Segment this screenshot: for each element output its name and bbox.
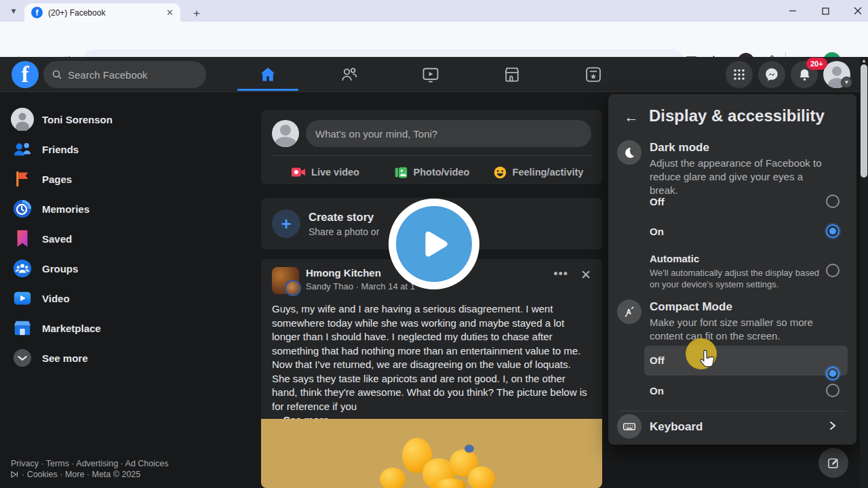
compact-mode-off-radio[interactable]	[826, 367, 840, 380]
sidebar-item-pages[interactable]: Pages	[5, 164, 195, 194]
nav-marketplace-icon[interactable]	[501, 64, 523, 85]
sidebar-item-label: See more	[42, 352, 88, 364]
window-minimize-button[interactable]	[778, 0, 807, 22]
dark-mode-automatic-radio[interactable]	[826, 264, 840, 277]
dark-mode-automatic-description: We'll automatically adjust the display b…	[650, 267, 821, 290]
sidebar-item-see-more[interactable]: See more	[5, 343, 195, 373]
compact-mode-on-label[interactable]: On	[650, 385, 664, 396]
search-facebook-input[interactable]: Search Facebook	[43, 61, 206, 88]
loquat-fruit	[468, 466, 495, 488]
sidebar-item-profile[interactable]: Toni Sorenson	[5, 104, 195, 134]
sidebar-item-friends[interactable]: Friends	[5, 134, 195, 164]
sidebar-item-label: Saved	[42, 233, 72, 245]
profile-avatar-icon	[11, 108, 34, 131]
compact-mode-icon: A	[617, 300, 642, 324]
composer-divider	[272, 155, 591, 156]
back-arrow-icon[interactable]: ←	[619, 105, 644, 129]
search-icon	[52, 69, 62, 80]
sidebar-item-groups[interactable]: Groups	[5, 253, 195, 283]
footer-line-2[interactable]: · Cookies · More · Meta © 2025	[11, 469, 168, 480]
dark-mode-on-label[interactable]: On	[650, 226, 664, 237]
dark-mode-on-radio[interactable]	[826, 224, 840, 238]
sidebar-item-marketplace[interactable]: Marketplace	[5, 313, 195, 343]
post-close-icon[interactable]: ✕	[580, 267, 591, 283]
keyboard-icon	[617, 414, 642, 439]
sidebar-item-label: Groups	[42, 263, 78, 274]
browser-titlebar: ▼ f (20+) Facebook ✕ +	[0, 0, 868, 22]
compact-mode-off-row-highlight[interactable]	[644, 346, 848, 375]
sidebar-item-label: Pages	[42, 174, 72, 185]
loquat-fruit	[436, 479, 466, 488]
hand-cursor	[696, 349, 715, 373]
facebook-favicon-icon: f	[31, 7, 43, 18]
see-more-chevron-icon	[11, 346, 34, 369]
nav-home-icon[interactable]	[257, 64, 279, 85]
sidebar-item-label: Memories	[42, 203, 90, 215]
sidebar-item-label: Friends	[42, 144, 79, 155]
tab-search-chevron-icon[interactable]: ▼	[5, 4, 22, 18]
keyboard-label[interactable]: Keyboard	[650, 420, 703, 434]
adchoices-icon	[11, 471, 19, 478]
account-chevron-down-icon: ▼	[841, 77, 852, 88]
compact-mode-on-radio[interactable]	[826, 384, 840, 397]
facebook-logo[interactable]: f	[12, 61, 39, 88]
compact-mode-title: Compact Mode	[650, 300, 732, 314]
window-close-button[interactable]	[844, 0, 868, 22]
footer-links[interactable]: Privacy · Terms · Advertising · Ad Choic…	[11, 458, 168, 480]
whats-on-your-mind-input[interactable]: What's on your mind, Toni?	[306, 120, 591, 147]
nav-gaming-icon[interactable]	[583, 64, 604, 85]
pages-flag-icon	[11, 167, 34, 190]
compose-pencil-icon[interactable]	[818, 448, 848, 478]
post-more-icon[interactable]: •••	[553, 267, 568, 283]
keyboard-chevron-right-icon[interactable]	[824, 417, 842, 434]
sidebar-item-saved[interactable]: Saved	[5, 224, 195, 253]
friends-icon	[11, 138, 34, 161]
dark-mode-moon-icon	[617, 140, 642, 165]
photo-video-button[interactable]: Photo/video	[378, 160, 485, 184]
sidebar-item-label: Marketplace	[42, 323, 101, 334]
search-placeholder: Search Facebook	[68, 69, 148, 81]
tab-close-icon[interactable]: ✕	[166, 7, 174, 18]
scrollbar-thumb[interactable]	[861, 64, 867, 178]
sidebar-item-label: Toni Sorenson	[42, 114, 113, 125]
create-story-subtitle: Share a photo or	[309, 226, 379, 237]
create-story-plus-icon: +	[272, 209, 300, 238]
notification-badge: 20+	[806, 58, 827, 70]
composer-card: What's on your mind, Toni? Live video Ph…	[261, 110, 602, 184]
feeling-activity-button[interactable]: Feeling/activity	[485, 160, 591, 184]
new-tab-button[interactable]: +	[189, 5, 205, 22]
feeling-smiley-icon	[493, 165, 507, 180]
svg-text:A: A	[626, 308, 631, 316]
post-image[interactable]	[261, 419, 602, 488]
video-icon	[11, 287, 34, 310]
live-video-button[interactable]: Live video	[272, 160, 378, 184]
compact-mode-off-label[interactable]: Off	[650, 354, 665, 366]
post-body: Guys, my wife and I are having a serious…	[261, 300, 602, 428]
sidebar-item-memories[interactable]: Memories	[5, 194, 195, 224]
video-play-button[interactable]	[389, 199, 479, 289]
menu-grid-icon[interactable]	[726, 61, 753, 88]
sidebar-item-video[interactable]: Video	[5, 283, 195, 313]
messenger-icon[interactable]	[758, 61, 785, 88]
dark-mode-off-radio[interactable]	[826, 195, 840, 208]
post-page-avatar[interactable]	[272, 267, 299, 294]
tab-title: (20+) Facebook	[48, 8, 161, 18]
post-card: Hmong Kitchen Sandy Thao · March 14 at 1…	[261, 259, 602, 488]
post-byline[interactable]: Sandy Thao · March 14 at 1	[306, 281, 415, 291]
compact-mode-description: Make your font size smaller so more cont…	[650, 316, 830, 343]
nav-watch-icon[interactable]	[420, 64, 441, 85]
dark-mode-description: Adjust the appearance of Facebook to red…	[650, 157, 830, 197]
dark-mode-automatic-label[interactable]: Automatic	[650, 253, 699, 264]
footer-line-1[interactable]: Privacy · Terms · Advertising · Ad Choic…	[11, 458, 168, 469]
loquat-fruit	[380, 468, 406, 488]
browser-tab[interactable]: f (20+) Facebook ✕	[24, 3, 180, 22]
dark-mode-off-label[interactable]: Off	[650, 196, 665, 207]
nav-friends-icon[interactable]	[338, 64, 360, 85]
window-maximize-button[interactable]	[811, 0, 840, 22]
panel-title: Display & accessibility	[649, 106, 825, 125]
composer-avatar[interactable]	[272, 120, 299, 147]
left-sidebar: Toni Sorenson Friends Pages Memories Sav…	[5, 104, 195, 373]
post-author-avatar	[285, 280, 301, 296]
scrollbar-up-arrow[interactable]: ▲	[861, 57, 867, 64]
create-story-title: Create story	[309, 211, 379, 224]
